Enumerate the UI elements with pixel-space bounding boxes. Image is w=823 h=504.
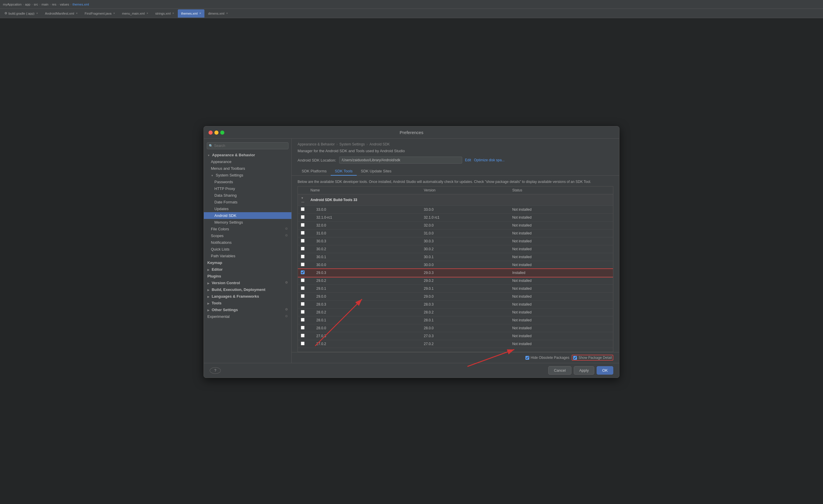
row-checkbox[interactable] [301, 239, 305, 243]
sidebar-item-updates[interactable]: Updates [204, 206, 291, 212]
ide-tab-firstfragment[interactable]: FirstFragment.java × [81, 9, 118, 18]
row-checkbox[interactable] [301, 215, 305, 219]
path-segment-active: themes.xml [72, 3, 89, 6]
table-row: 31.0.031.0.0Not installed [298, 229, 613, 237]
row-status: Not installed [509, 229, 613, 237]
ide-tab-build-gradle[interactable]: ⚙ build.gradle (:app) × [1, 9, 41, 18]
sidebar-item-android-sdk[interactable]: Android SDK [204, 212, 291, 219]
window-maximize-button[interactable] [220, 131, 224, 135]
row-version: 28.0.0 [421, 324, 509, 332]
row-checkbox[interactable] [301, 326, 305, 329]
row-name: 28.0.3 [308, 301, 421, 308]
row-name: 30.0.0 [308, 261, 421, 269]
row-name: 28.0.0 [308, 324, 421, 332]
ide-tab-strings[interactable]: strings.xml × [152, 9, 177, 18]
cancel-button[interactable]: Cancel [548, 366, 571, 374]
hide-obsolete-label[interactable]: Hide Obsolete Packages [525, 355, 569, 360]
ide-tab-themes[interactable]: themes.xml × [178, 9, 204, 18]
row-checkbox[interactable] [301, 263, 305, 266]
sidebar-item-appearance-behavior[interactable]: Appearance & Behavior [204, 152, 291, 158]
row-checkbox[interactable] [301, 294, 305, 298]
path-segment: res [52, 3, 56, 6]
sidebar-item-version-control[interactable]: Version Control ⚙ [204, 279, 291, 286]
row-status: Not installed [509, 261, 613, 269]
row-version: 27.0.2 [421, 340, 509, 348]
window-close-button[interactable] [208, 131, 213, 135]
row-checkbox[interactable] [301, 223, 305, 227]
row-checkbox[interactable] [301, 310, 305, 314]
sidebar-item-scopes[interactable]: Scopes ⚙ [204, 232, 291, 239]
sidebar-item-data-sharing[interactable]: Data Sharing [204, 192, 291, 199]
sidebar-item-http-proxy[interactable]: HTTP Proxy [204, 185, 291, 192]
row-checkbox[interactable] [301, 318, 305, 322]
sdk-table-container[interactable]: Name Version Status ▼ — [298, 186, 613, 352]
tab-sdk-platforms[interactable]: SDK Platforms [298, 167, 331, 176]
row-name: 30.0.3 [308, 237, 421, 245]
tab-sdk-tools[interactable]: SDK Tools [331, 167, 356, 176]
sidebar-item-experimental[interactable]: Experimental ⚙ [204, 313, 291, 320]
row-checkbox[interactable] [301, 247, 305, 251]
hide-obsolete-checkbox[interactable] [525, 356, 529, 360]
sidebar-item-date-formats[interactable]: Date Formats [204, 199, 291, 206]
path-segment: main [42, 3, 49, 6]
sdk-location-row: Android SDK Location: Edit Optimize disk… [292, 154, 619, 166]
table-row: 32.1.0-rc132.1.0 rc1Not installed [298, 214, 613, 222]
row-checkbox[interactable] [301, 278, 305, 282]
sidebar-search-input[interactable] [207, 142, 289, 149]
table-row: 32.0.032.0.0Not installed [298, 222, 613, 229]
sidebar-item-system-settings[interactable]: System Settings [204, 172, 291, 179]
row-name: 29.0.0 [308, 293, 421, 301]
sidebar-item-file-colors[interactable]: File Colors ⚙ [204, 226, 291, 232]
row-version: 32.1.0 rc1 [421, 214, 509, 222]
dialog-footer: ? Cancel Apply OK [204, 363, 619, 377]
show-package-detail-checkbox[interactable] [573, 356, 577, 360]
row-checkbox[interactable] [301, 231, 305, 235]
sidebar-item-other-settings[interactable]: Other Settings ⚙ [204, 306, 291, 313]
group-name: Android SDK Build-Tools 33 [308, 194, 613, 206]
sidebar-item-path-variables[interactable]: Path Variables [204, 253, 291, 259]
sdk-location-input[interactable] [339, 157, 462, 164]
help-button[interactable]: ? [210, 367, 221, 374]
row-checkbox[interactable] [301, 255, 305, 258]
row-checkbox[interactable] [301, 286, 305, 290]
row-name: 30.0.2 [308, 245, 421, 253]
sidebar-item-build-execution[interactable]: Build, Execution, Deployment [204, 286, 291, 293]
sidebar-item-memory-settings[interactable]: Memory Settings [204, 219, 291, 226]
sidebar-item-editor[interactable]: Editor [204, 266, 291, 273]
row-checkbox[interactable] [301, 341, 305, 345]
row-checkbox[interactable] [301, 207, 305, 211]
row-checkbox[interactable] [301, 334, 305, 337]
table-row: 30.0.230.0.2Not installed [298, 245, 613, 253]
sidebar-item-keymap[interactable]: Keymap [204, 259, 291, 266]
sidebar-item-quick-lists[interactable]: Quick Lists [204, 246, 291, 253]
sidebar-item-notifications[interactable]: Notifications [204, 239, 291, 246]
sdk-location-label: Android SDK Location: [298, 158, 336, 163]
ok-button[interactable]: OK [597, 366, 613, 374]
row-status: Not installed [509, 214, 613, 222]
sidebar-item-appearance[interactable]: Appearance [204, 158, 291, 165]
apply-button[interactable]: Apply [574, 366, 595, 374]
row-status: Not installed [509, 324, 613, 332]
ide-tab-menu-main[interactable]: menu_main.xml × [119, 9, 151, 18]
sidebar-item-passwords[interactable]: Passwords [204, 179, 291, 185]
row-checkbox[interactable] [301, 270, 305, 274]
ide-tab-androidmanifest[interactable]: AndroidManifest.xml × [42, 9, 81, 18]
sdk-location-edit-button[interactable]: Edit [465, 158, 471, 162]
sdk-location-optimize-button[interactable]: Optimize disk spa... [474, 158, 505, 162]
row-status: Not installed [509, 308, 613, 316]
sidebar-item-menus-toolbars[interactable]: Menus and Toolbars [204, 165, 291, 172]
row-status: Not installed [509, 316, 613, 324]
vc-settings-icon: ⚙ [285, 281, 288, 284]
row-name: 32.0.0 [308, 222, 421, 229]
table-row: 33.0.033.0.0Not installed [298, 206, 613, 214]
row-status: Not installed [509, 332, 613, 340]
tab-sdk-update-sites[interactable]: SDK Update Sites [357, 167, 396, 176]
sidebar-item-plugins[interactable]: Plugins [204, 273, 291, 279]
sidebar-item-tools[interactable]: Tools [204, 300, 291, 306]
ide-tab-dimens[interactable]: dimens.xml × [205, 9, 231, 18]
show-package-detail-label[interactable]: Show Package Detail [573, 355, 612, 360]
window-minimize-button[interactable] [214, 131, 218, 135]
dialog-title: Preferences [210, 130, 613, 135]
row-checkbox[interactable] [301, 302, 305, 306]
sidebar-item-languages-frameworks[interactable]: Languages & Frameworks [204, 293, 291, 300]
